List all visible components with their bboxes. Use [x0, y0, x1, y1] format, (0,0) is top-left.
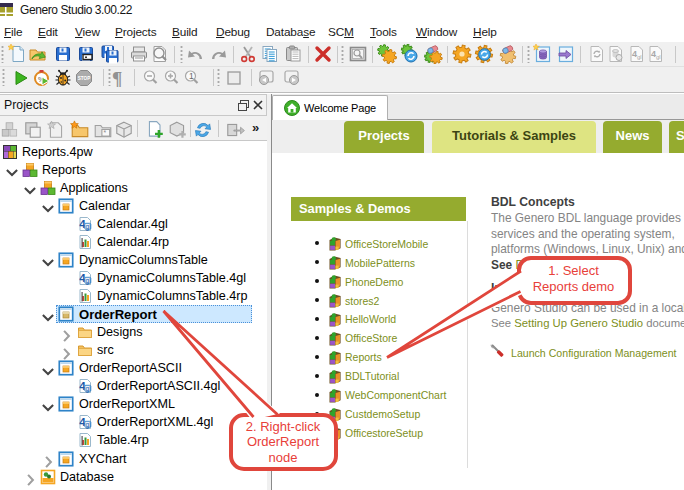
- svg-text:gl: gl: [656, 54, 661, 60]
- svg-text:*: *: [104, 129, 107, 136]
- svg-text:gl: gl: [86, 222, 92, 230]
- svg-text:gl: gl: [86, 421, 92, 429]
- svg-text:gl: gl: [637, 54, 642, 60]
- svg-text:¶: ¶: [112, 68, 122, 88]
- svg-text:STOP: STOP: [78, 76, 90, 81]
- svg-text:gl: gl: [86, 276, 92, 284]
- svg-text:gl: gl: [86, 385, 92, 393]
- svg-text:1: 1: [189, 71, 194, 81]
